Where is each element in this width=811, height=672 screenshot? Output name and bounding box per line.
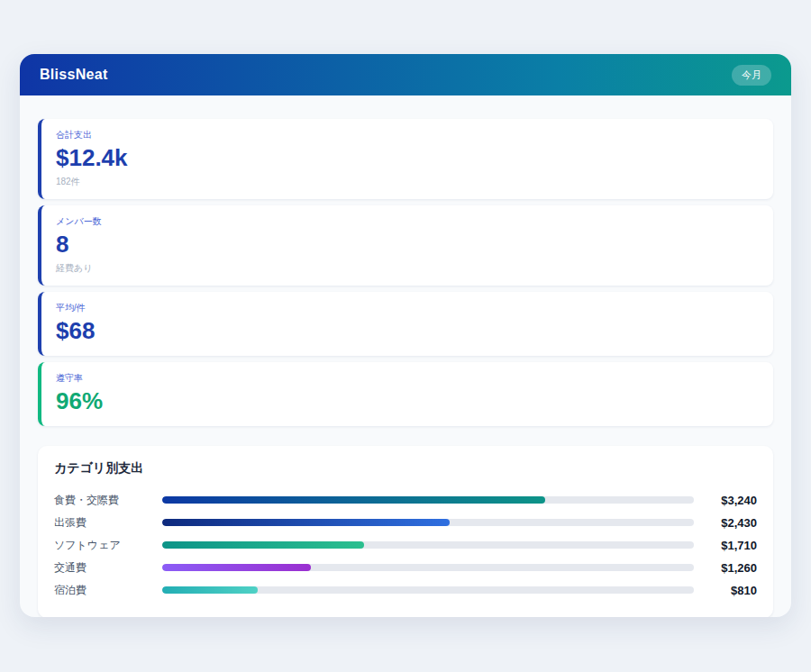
category-breakdown-card: カテゴリ別支出 食費・交際費 $3,240 出張費 $2,430 ソフトウェア …: [38, 446, 773, 617]
stat-value: $12.4k: [56, 145, 759, 172]
stat-card-average-per-item: 平均/件 $68: [38, 292, 773, 356]
bar-software: [162, 541, 364, 549]
category-value: $1,710: [706, 539, 757, 552]
app-title: BlissNeat: [40, 67, 108, 83]
category-value: $810: [706, 584, 757, 597]
category-label: 交通費: [54, 560, 162, 576]
category-row: 交通費 $1,260: [54, 557, 757, 579]
category-breakdown-title: カテゴリ別支出: [54, 460, 757, 477]
app-window: BlissNeat 今月 合計支出 $12.4k 182件 メンバー数 8 経費…: [20, 54, 791, 617]
category-value: $1,260: [706, 561, 757, 575]
stat-subtext: 経費あり: [56, 262, 759, 275]
bar-track: [162, 519, 694, 526]
category-row: 出張費 $2,430: [54, 512, 757, 534]
category-label: ソフトウェア: [54, 538, 162, 553]
stat-card-member-count: メンバー数 8 経費あり: [38, 205, 773, 286]
bar-business-trip: [162, 519, 450, 526]
stat-label: 平均/件: [56, 302, 759, 314]
stat-label: メンバー数: [56, 215, 759, 228]
bar-accommodation: [162, 586, 258, 594]
period-badge[interactable]: 今月: [732, 65, 771, 86]
stat-value: 96%: [56, 388, 759, 415]
stat-card-total-spend: 合計支出 $12.4k 182件: [38, 119, 773, 199]
stat-label: 遵守率: [56, 372, 759, 385]
category-row: ソフトウェア $1,710: [54, 534, 757, 557]
category-row: 宿泊費 $810: [54, 579, 757, 602]
category-row: 食費・交際費 $3,240: [54, 489, 757, 512]
stat-subtext: 182件: [56, 176, 759, 188]
bar-track: [162, 586, 694, 594]
category-value: $3,240: [706, 494, 757, 507]
app-header: BlissNeat 今月: [20, 54, 791, 95]
bar-food-entertainment: [162, 496, 545, 504]
bar-track: [162, 564, 694, 571]
stat-value: $68: [56, 318, 759, 345]
category-value: $2,430: [706, 516, 757, 530]
category-label: 宿泊費: [54, 583, 162, 598]
stat-card-compliance-rate: 遵守率 96%: [38, 362, 773, 426]
bar-track: [162, 541, 694, 549]
stat-label: 合計支出: [56, 129, 759, 141]
category-label: 出張費: [54, 515, 162, 531]
category-label: 食費・交際費: [54, 493, 162, 508]
bar-track: [162, 496, 694, 504]
bar-transportation: [162, 564, 311, 571]
dashboard-content: 合計支出 $12.4k 182件 メンバー数 8 経費あり 平均/件 $68 遵…: [20, 95, 791, 617]
stat-value: 8: [56, 232, 759, 259]
